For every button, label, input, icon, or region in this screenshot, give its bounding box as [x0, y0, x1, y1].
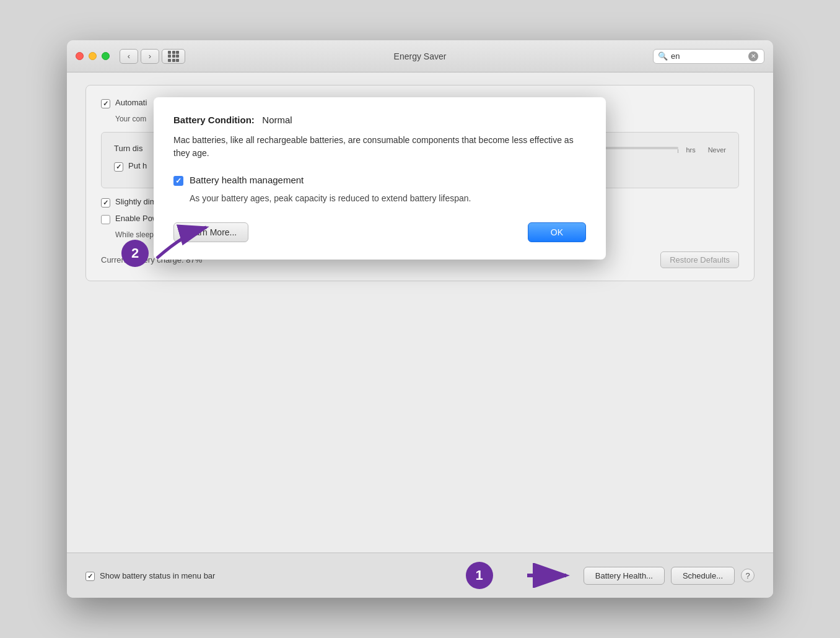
maximize-button[interactable]: [102, 52, 110, 60]
search-clear-button[interactable]: ✕: [748, 51, 758, 61]
titlebar: ‹ › Energy Saver 🔍 ✕: [67, 40, 773, 72]
grid-icon: [168, 51, 179, 62]
popup-description: Mac batteries, like all rechargeable bat…: [173, 134, 586, 160]
ok-button[interactable]: OK: [528, 222, 586, 242]
minimize-button[interactable]: [89, 52, 97, 60]
search-icon: 🔍: [658, 51, 668, 61]
battery-condition-label: Battery Condition:: [173, 115, 255, 125]
back-button[interactable]: ‹: [120, 49, 138, 64]
footer: Show battery status in menu bar 1 Batter…: [67, 553, 773, 598]
show-battery-label: Show battery status in menu bar: [100, 571, 215, 580]
battery-health-checkbox[interactable]: [173, 176, 183, 186]
slider-label-hrs: hrs: [686, 146, 695, 154]
battery-health-checkbox-label: Battery health management: [190, 175, 304, 185]
traffic-lights: [76, 52, 110, 60]
step-1-arrow: [524, 563, 574, 588]
autostart-label: Automati: [115, 98, 147, 107]
popup-buttons: Learn More... OK: [173, 222, 586, 242]
step-1-badge: 1: [466, 562, 493, 589]
slider-labels: hrs Never: [686, 146, 726, 154]
footer-buttons: Battery Health... Schedule... ?: [584, 567, 755, 585]
battery-condition-value: Normal: [262, 115, 292, 125]
search-box[interactable]: 🔍 ✕: [653, 49, 764, 64]
battery-health-checkbox-desc: As your battery ages, peak capacity is r…: [190, 192, 586, 205]
show-battery-checkbox[interactable]: [85, 572, 95, 581]
step-2-badge: 2: [121, 240, 149, 267]
close-button[interactable]: [76, 52, 84, 60]
slider-label-never: Never: [708, 146, 726, 154]
energy-saver-window: ‹ › Energy Saver 🔍 ✕ Battery Condition: …: [67, 40, 773, 598]
battery-health-checkbox-section: Battery health management: [173, 175, 586, 186]
dim-display-checkbox[interactable]: [101, 198, 110, 208]
battery-condition-row: Battery Condition: Normal: [173, 115, 586, 125]
window-title: Energy Saver: [394, 51, 447, 61]
autostart-checkbox[interactable]: [101, 99, 110, 108]
footer-checkbox-row: Show battery status in menu bar: [85, 570, 456, 581]
step-2-arrow: [147, 209, 222, 271]
power-nap-checkbox[interactable]: [101, 215, 110, 224]
put-hard-disks-label: Put h: [128, 161, 147, 170]
restore-defaults-button[interactable]: Restore Defaults: [660, 251, 739, 268]
put-hard-disks-checkbox[interactable]: [114, 162, 123, 172]
schedule-button[interactable]: Schedule...: [671, 567, 735, 585]
grid-button[interactable]: [162, 49, 185, 64]
forward-button[interactable]: ›: [141, 49, 159, 64]
nav-buttons: ‹ ›: [120, 49, 159, 64]
battery-health-button[interactable]: Battery Health...: [584, 567, 665, 585]
help-button[interactable]: ?: [741, 569, 755, 582]
content-area: Battery Condition: Normal Mac batteries,…: [67, 72, 773, 553]
search-input[interactable]: [671, 51, 745, 61]
